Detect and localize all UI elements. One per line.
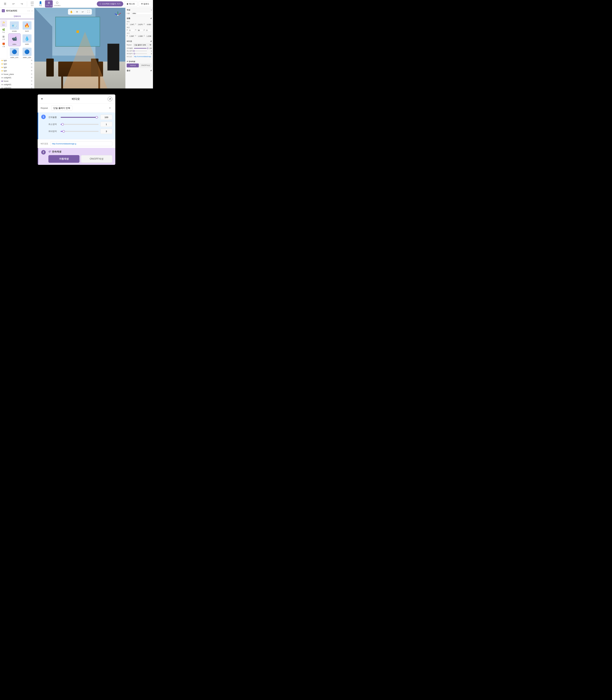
nature-label: 자연 — [2, 31, 5, 33]
layer-icons: 👁 — [31, 66, 33, 68]
name-input[interactable] — [132, 12, 152, 15]
eye-icon[interactable]: 👁 — [31, 70, 33, 72]
category-building[interactable]: 🏛 건축 — [0, 35, 7, 41]
pos-z-label: Z — [144, 23, 145, 26]
gridsnap-btn[interactable]: ⊞ 그리드 스냅 — [45, 0, 53, 8]
url-input[interactable] — [133, 55, 152, 58]
category-props[interactable]: 🎁 소품 — [0, 42, 7, 49]
ep-repeat-select[interactable]: 단일 플레이 반복 반복 재생 한번 재생 — [51, 105, 72, 111]
layer-house[interactable]: house 👁 — [0, 79, 34, 83]
layer-name: house_plane — [3, 73, 14, 75]
onoff-play-button[interactable]: ON/OFF재생 — [139, 64, 152, 67]
refresh-icon[interactable]: ↺ — [150, 17, 152, 19]
pos-z-input[interactable] — [146, 23, 152, 26]
rot-x-input[interactable] — [129, 29, 135, 32]
pos-y-input[interactable] — [137, 23, 143, 26]
min-slider-thumb[interactable] — [133, 50, 135, 52]
category-nature[interactable]: 🌿 자연 — [0, 27, 7, 34]
viewport[interactable]: ✋ ✛ ↩ ⛶ — [34, 8, 125, 88]
undo-btn[interactable]: ↩ — [10, 0, 17, 8]
collapse-btn[interactable]: › — [32, 10, 32, 12]
asset-video[interactable]: 📹 video — [8, 33, 20, 46]
max-slider-track[interactable] — [134, 53, 147, 54]
volume-slider-thumb[interactable] — [147, 47, 149, 49]
asset-torch[interactable]: 🔥 torch — [21, 20, 33, 33]
eye-icon[interactable]: 👁 — [31, 59, 33, 61]
ep-volume-thumb[interactable] — [95, 116, 98, 119]
options-header[interactable]: 옵션 ↺ — [127, 69, 152, 72]
menu-btn[interactable]: ☰ — [1, 0, 9, 8]
ep-select-wrapper: 단일 플레이 반복 반복 재생 한번 재생 — [51, 105, 112, 111]
properties-header[interactable]: 속성 › — [127, 9, 152, 11]
pos-x-input[interactable] — [129, 23, 135, 26]
rot-z-input[interactable] — [146, 29, 152, 32]
next-btn[interactable]: › — [29, 10, 30, 12]
video-refresh-icon[interactable]: ↺ — [150, 40, 152, 42]
asset-water-cylin[interactable]: 🔵 water_cylin — [21, 47, 33, 58]
repeat-select[interactable]: 단일 플레이 반복 — [133, 43, 152, 46]
skybox-btn[interactable]: ⬡ 스카이박스 — [53, 0, 61, 8]
layer-outlight01-2[interactable]: outlight01 👁 — [0, 83, 34, 86]
ep-volume-track[interactable] — [61, 117, 99, 118]
tab-interior[interactable]: 인테리어 — [0, 14, 34, 19]
create-object-button[interactable]: ⬡ 오브젝트 만들러 가기 — [97, 1, 123, 6]
enlarged-panel: ▼ 비디오 ↺ Repeat 단일 플레이 반복 반복 재생 한번 재생 1 — [38, 94, 115, 165]
repeat-row: Repeat 단일 플레이 반복 — [127, 43, 152, 46]
transform-header[interactable]: 변환 ↺ — [127, 17, 152, 20]
asset-water[interactable]: 💧 water — [21, 33, 33, 46]
scale-y-input[interactable] — [137, 35, 143, 38]
asset-water-com[interactable]: 🔵 water_com — [8, 47, 20, 58]
default-dot — [1, 74, 3, 75]
eye-icon[interactable]: 👁 — [31, 83, 33, 86]
ep-url-input[interactable] — [50, 141, 112, 146]
scale-tool[interactable]: ⛶ — [86, 10, 91, 14]
test-button[interactable]: ▶ 테스트 — [124, 1, 137, 6]
objects-btn[interactable]: ⬜ 모션 — [28, 0, 36, 8]
svg-point-3 — [117, 15, 119, 16]
eye-icon[interactable]: 👁 — [31, 87, 33, 88]
prev-btn[interactable]: ‹ — [28, 10, 28, 12]
ep-max-thumb[interactable] — [62, 130, 65, 133]
volume-slider-track[interactable] — [134, 48, 147, 49]
hand-tool[interactable]: ✋ — [69, 10, 74, 14]
ep-onoff-play-button[interactable]: ON/OFF재생 — [81, 155, 112, 163]
redo-btn[interactable]: ↪ — [18, 0, 26, 8]
layer-light-2[interactable]: light 👁 — [0, 62, 34, 66]
layer-outlight01-1[interactable]: outlight01 👁 — [0, 76, 34, 79]
timeline-btn[interactable]: 👤 타임 — [37, 0, 44, 8]
ep-auto-play-button[interactable]: 자동재생 — [48, 155, 80, 163]
video-label: video — [12, 43, 16, 45]
eye-icon[interactable]: 👁 — [31, 80, 33, 82]
eye-icon[interactable]: 👁 — [31, 73, 33, 75]
asset-smoke[interactable]: 💨 smoke — [8, 20, 20, 33]
category-special[interactable]: ✨ 특수 — [0, 20, 7, 27]
scale-z-input[interactable] — [146, 35, 152, 38]
eye-icon[interactable]: 👁 — [31, 77, 33, 79]
video-header[interactable]: 비디오 ↺ — [127, 40, 152, 43]
ep-max-track[interactable] — [61, 131, 99, 132]
max-slider-thumb[interactable] — [134, 53, 135, 54]
eye-icon[interactable]: 👁 — [31, 66, 33, 68]
ep-refresh-button[interactable]: ↺ — [108, 97, 112, 101]
rotate-tool[interactable]: ↩ — [81, 10, 85, 14]
layer-house-plane[interactable]: house_plane 👁 — [0, 72, 34, 76]
upload-button[interactable]: ⬆ 업로드 — [139, 1, 152, 6]
eye-icon[interactable]: 👁 — [31, 63, 33, 65]
layer-outlight01-3[interactable]: outlight01 👁 — [0, 86, 34, 88]
sidebar-grid: 💨 smoke 🔥 torch 📹 video 💧 water 🔵 — [7, 19, 34, 58]
move-tool[interactable]: ✛ — [75, 10, 79, 14]
layer-light-3[interactable]: light 👁 — [0, 66, 34, 69]
rot-y-input[interactable] — [137, 29, 143, 32]
scale-x-input[interactable] — [129, 35, 135, 38]
auto-play-button[interactable]: 자동재생 — [127, 64, 139, 67]
layer-light-4[interactable]: light 👁 — [0, 69, 34, 72]
options-refresh-icon[interactable]: ↺ — [150, 70, 152, 72]
ep-min-thumb[interactable] — [61, 123, 64, 125]
pos-y-label: Y — [135, 23, 137, 26]
ep-min-track[interactable] — [61, 124, 99, 125]
timeline-label: 타임 — [39, 5, 42, 6]
layer-icons: 👁 — [31, 80, 33, 82]
ep-consecutive-header: ↺ 연속재생 — [48, 150, 112, 153]
min-slider-track[interactable] — [134, 51, 147, 51]
layer-light-1[interactable]: light 👁 — [0, 59, 34, 62]
